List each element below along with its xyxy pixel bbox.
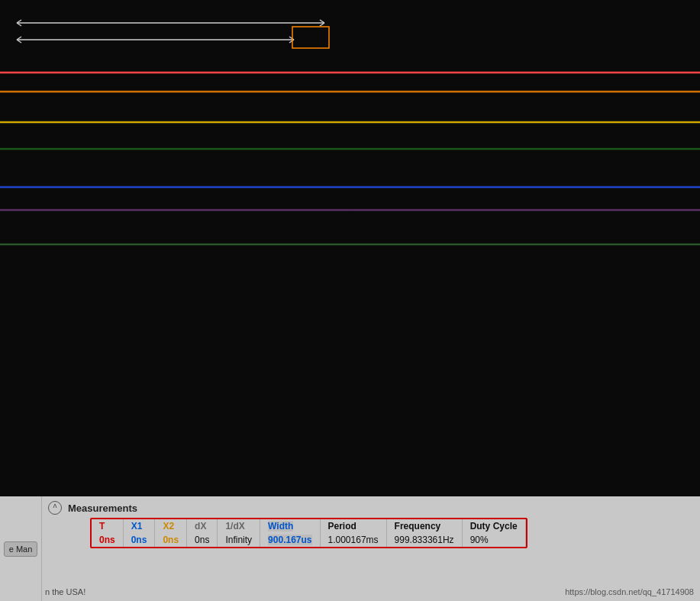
cell-1dx: Infinity bbox=[218, 533, 260, 547]
col-header-x2: X2 bbox=[155, 519, 187, 533]
collapse-button[interactable]: ^ bbox=[48, 501, 62, 515]
bottom-panel: e Man ^ Measurements T X1 X2 dX 1/dX Wid… bbox=[0, 496, 700, 601]
col-header-dx: dX bbox=[187, 519, 218, 533]
measurements-table: T X1 X2 dX 1/dX Width Period Frequency D… bbox=[92, 519, 526, 547]
col-header-frequency: Frequency bbox=[386, 519, 462, 533]
measurements-title: Measurements bbox=[68, 502, 137, 514]
url-bar: https://blog.csdn.net/qq_41714908 bbox=[565, 587, 694, 596]
col-header-width: Width bbox=[260, 519, 320, 533]
cell-t: 0ns bbox=[92, 533, 123, 547]
col-header-duty-cycle: Duty Cycle bbox=[462, 519, 525, 533]
col-header-t: T bbox=[92, 519, 123, 533]
cell-width: 900.167us bbox=[260, 533, 320, 547]
measurements-table-container: T X1 X2 dX 1/dX Width Period Frequency D… bbox=[90, 518, 527, 548]
cell-duty-cycle: 90% bbox=[462, 533, 525, 547]
col-header-period: Period bbox=[320, 519, 386, 533]
col-header-x1: X1 bbox=[123, 519, 155, 533]
col-header-1dx: 1/dX bbox=[218, 519, 260, 533]
cell-x2: 0ns bbox=[155, 533, 187, 547]
measurements-header-row: ^ Measurements bbox=[48, 501, 694, 518]
waveform-canvas bbox=[0, 0, 700, 496]
cell-frequency: 999.833361Hz bbox=[386, 533, 462, 547]
waveform-area bbox=[0, 0, 700, 496]
cell-dx: 0ns bbox=[187, 533, 218, 547]
bottom-note: n the USA! bbox=[45, 587, 85, 596]
cell-x1: 0ns bbox=[123, 533, 155, 547]
cell-period: 1.000167ms bbox=[320, 533, 386, 547]
e-man-button[interactable]: e Man bbox=[4, 541, 38, 557]
measurements-row: 0ns 0ns 0ns 0ns Infinity 900.167us 1.000… bbox=[92, 533, 525, 547]
